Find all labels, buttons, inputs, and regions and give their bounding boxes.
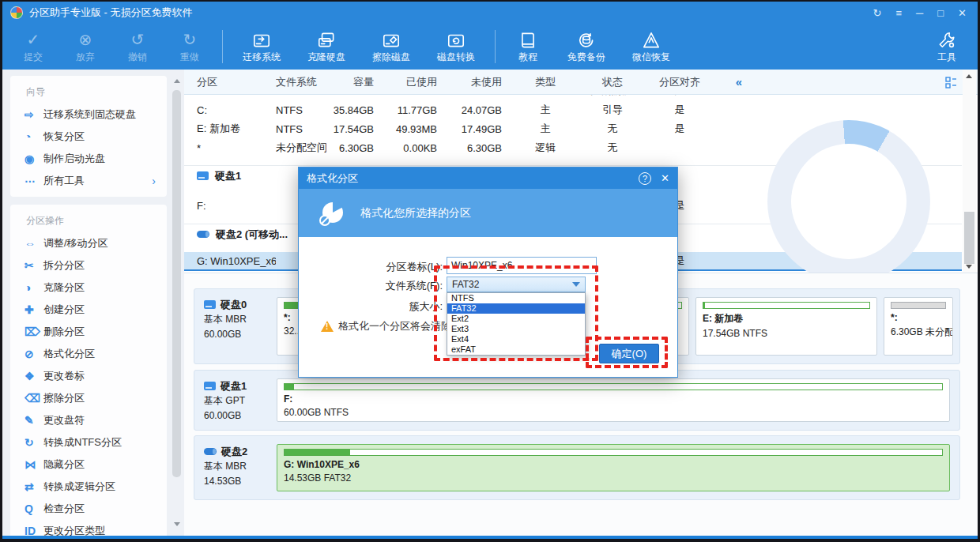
window-bottom-edge — [2, 536, 978, 539]
table-scrollbar[interactable] — [963, 70, 976, 273]
wipe-disk-button[interactable]: 擦除磁盘 — [359, 26, 424, 67]
disk-row-1: 硬盘1 基本 GPT 60.00GB F: 60.00GB NTFS — [194, 370, 960, 431]
sidebar-item-clone-partition[interactable]: ◑克隆分区 — [10, 277, 167, 299]
col-partition[interactable]: 分区 — [184, 75, 276, 89]
partition-info: 6.30GB 未分配... — [891, 326, 946, 339]
dialog-close-icon[interactable]: ✕ — [661, 172, 669, 184]
item-label: 删除分区 — [43, 325, 85, 339]
convert-logical-icon: ⇄ — [24, 480, 43, 493]
commit-label: 提交 — [24, 51, 43, 64]
disk-icon — [204, 300, 216, 309]
usb-disk-icon — [197, 231, 209, 238]
sidebar-item-wipe-partition[interactable]: ⌫擦除分区 — [10, 387, 167, 409]
sidebar-item-all-tools[interactable]: ⋯ 所有工具 › — [10, 170, 167, 192]
redo-label: 重做 — [180, 51, 199, 64]
sidebar-item-create-partition[interactable]: ✚创建分区 — [10, 299, 167, 321]
disk0-info: 硬盘0 基本 MBR 60.00GB — [204, 297, 277, 356]
col-status[interactable]: 状态 — [589, 75, 636, 89]
migrate-system-button[interactable]: 迁移系统 — [229, 26, 294, 67]
volume-label: 分区卷标(L): — [299, 260, 443, 274]
sidebar-item-resize-move[interactable]: ⇔调整/移动分区 — [10, 232, 167, 254]
usage-bar — [891, 302, 946, 309]
sidebar-item-delete-partition[interactable]: ⌦删除分区 — [10, 321, 167, 343]
sidebar-scrollbar[interactable] — [172, 73, 183, 533]
disk-name: 硬盘1 — [220, 378, 247, 393]
col-type[interactable]: 类型 — [502, 75, 589, 89]
clone-partition-icon: ◑ — [24, 281, 43, 294]
sidebar-item-check-partition[interactable]: Q检查分区 — [10, 498, 167, 520]
item-label: 拆分分区 — [43, 258, 85, 273]
delete-partition-icon: ⌦ — [24, 326, 43, 338]
scroll-down-icon[interactable] — [174, 522, 180, 526]
sidebar-item-migrate-to-ssd[interactable]: ⇨ 迁移系统到固态硬盘 — [10, 104, 167, 126]
sidebar-item-change-drive-letter[interactable]: ✎更改盘符 — [10, 409, 167, 431]
undo-button: ↺ 撤销 — [111, 26, 164, 67]
partition-block-e[interactable]: E: 新加卷 17.54GB NTFS — [695, 297, 877, 356]
sidebar-item-recover-partition[interactable]: ◔ 恢复分区 — [10, 126, 167, 148]
col-unused[interactable]: 未使用 — [437, 75, 502, 89]
item-label: 制作启动光盘 — [43, 152, 105, 166]
minimize-button[interactable]: ─ — [916, 7, 923, 19]
sidebar-item-convert-logical[interactable]: ⇄转换成逻辑分区 — [10, 476, 167, 498]
format-icon — [316, 198, 348, 229]
item-label: 格式化分区 — [43, 347, 95, 361]
disk1-info: 硬盘1 基本 GPT 60.00GB — [204, 378, 277, 422]
clone-disk-label: 克隆硬盘 — [307, 51, 345, 64]
col-used[interactable]: 已使用 — [374, 75, 437, 89]
undo-label: 撤销 — [128, 51, 147, 64]
sidebar-item-format-partition[interactable]: ⊘格式化分区 — [10, 343, 167, 365]
sidebar-item-convert-ntfs[interactable]: ↻转换成NTFS分区 — [10, 431, 167, 454]
item-label: 调整/移动分区 — [43, 236, 108, 250]
sidebar-item-make-boot-disc[interactable]: ◉ 制作启动光盘 — [10, 148, 167, 170]
table-row-partial: 主隐藏,激活是 — [184, 95, 962, 100]
warning-icon — [321, 321, 334, 332]
scroll-up-icon[interactable] — [174, 79, 180, 83]
refresh-icon[interactable]: ↻ — [873, 7, 882, 19]
col-alignment[interactable]: 分区对齐 — [636, 75, 723, 89]
free-backup-label: 免费备份 — [567, 51, 605, 64]
change-letter-icon: ✎ — [24, 414, 43, 427]
sidebar-item-change-label[interactable]: ❖更改卷标 — [10, 365, 167, 387]
sidebar-item-split[interactable]: ✂拆分分区 — [10, 254, 167, 277]
tutorial-button[interactable]: 教程 — [502, 26, 554, 67]
maximize-button[interactable]: □ — [937, 7, 944, 19]
tools-button[interactable]: 工具 — [921, 26, 973, 67]
item-label: 更改盘符 — [43, 413, 85, 427]
free-backup-button[interactable]: 免费备份 — [554, 26, 619, 67]
scroll-up-icon[interactable] — [966, 74, 972, 78]
partition-label: *: — [891, 312, 946, 323]
hide-partition-icon: ⋈ — [24, 458, 43, 471]
col-capacity[interactable]: 容量 — [326, 75, 374, 89]
annotation-box-ok — [586, 337, 668, 368]
wechat-recovery-button[interactable]: 微信恢复 — [619, 26, 684, 67]
table-row-c[interactable]: C:NTFS35.84GB11.77GB24.07GB主引导是 — [184, 100, 962, 119]
clone-disk-button[interactable]: 克隆硬盘 — [294, 26, 359, 67]
view-toggle-icon[interactable] — [945, 77, 957, 91]
tools-label: 工具 — [937, 51, 956, 64]
backup-icon — [576, 30, 597, 51]
partition-block-g-selected[interactable]: G: Win10XPE_x6 14.53GB FAT32 — [277, 444, 950, 491]
scrollbar-thumb[interactable] — [964, 212, 974, 264]
wipe-partition-icon: ⌫ — [24, 392, 43, 405]
partition-block-unallocated[interactable]: *: 6.30GB 未分配... — [884, 297, 953, 356]
help-icon[interactable]: ? — [639, 172, 651, 185]
menu-icon[interactable]: ≡ — [895, 7, 902, 19]
collapse-columns-icon[interactable]: « — [723, 75, 755, 88]
close-button[interactable]: ✕ — [958, 7, 967, 19]
sidebar-item-change-partition-type[interactable]: ID更改分区类型 — [10, 520, 167, 536]
scroll-down-icon[interactable] — [966, 265, 972, 269]
scrollbar-thumb[interactable] — [172, 90, 181, 477]
item-label: 擦除分区 — [43, 391, 85, 405]
redo-icon: ↻ — [183, 30, 197, 51]
undo-icon: ↺ — [131, 30, 145, 51]
wipe-disk-label: 擦除磁盘 — [372, 51, 410, 64]
sidebar-item-hide-partition[interactable]: ⋈隐藏分区 — [10, 454, 167, 476]
sidebar-section-partition-ops: 分区操作 ⇔调整/移动分区 ✂拆分分区 ◑克隆分区 ✚创建分区 ⌦删除分区 ⊘格… — [10, 205, 167, 536]
col-filesystem[interactable]: 文件系统 — [276, 75, 326, 89]
partition-info: 14.53GB FAT32 — [284, 472, 943, 484]
disk-size: 60.00GB — [204, 327, 277, 342]
tutorial-book-icon — [518, 30, 538, 51]
partition-block-f[interactable]: F: 60.00GB NTFS — [277, 378, 950, 422]
convert-disk-button[interactable]: 磁盘转换 — [424, 26, 488, 67]
section-title: 分区操作 — [10, 208, 167, 232]
